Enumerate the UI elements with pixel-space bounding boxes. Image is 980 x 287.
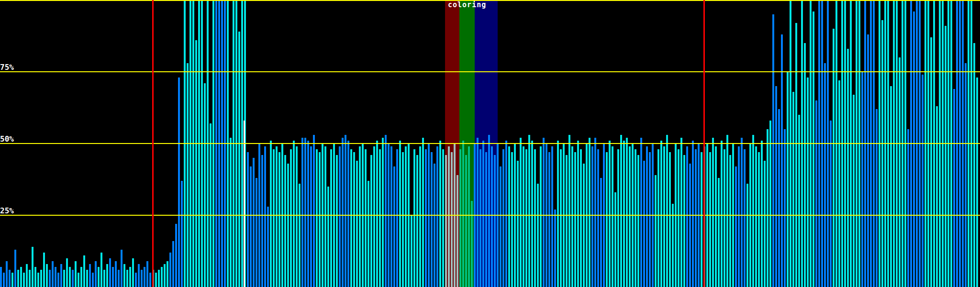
bar	[396, 149, 398, 287]
bar	[347, 141, 349, 287]
bar	[485, 152, 487, 287]
bar	[121, 250, 122, 287]
bar	[784, 129, 786, 287]
bar	[451, 152, 453, 287]
bar	[63, 270, 65, 287]
bar	[847, 49, 849, 287]
bar	[663, 146, 665, 287]
bar	[442, 149, 444, 287]
gridline-25	[0, 215, 980, 216]
bar	[327, 187, 329, 287]
gridline-100	[0, 0, 980, 1]
bar	[187, 63, 189, 287]
bar	[637, 155, 639, 287]
bar	[701, 152, 702, 287]
bar	[261, 155, 263, 287]
bar	[838, 80, 840, 287]
profiler-chart: 75% 50% 25% coloring	[0, 0, 980, 287]
bar	[284, 155, 286, 287]
bar-chart-canvas	[0, 0, 980, 287]
bar	[52, 261, 54, 287]
bar	[92, 273, 94, 287]
bar	[715, 146, 717, 287]
bar	[692, 141, 694, 287]
bar	[40, 270, 42, 287]
bar	[830, 121, 832, 287]
bar	[626, 138, 628, 287]
bar	[689, 164, 691, 287]
bar	[617, 149, 619, 287]
bar	[253, 158, 255, 287]
bar	[69, 267, 71, 287]
bar	[419, 146, 421, 287]
bar	[167, 261, 168, 287]
bar	[867, 34, 869, 287]
bar	[881, 20, 883, 287]
bar	[29, 270, 31, 287]
bar	[278, 152, 280, 287]
bar	[813, 11, 814, 287]
bar	[479, 149, 481, 287]
bar	[612, 146, 613, 287]
bar	[746, 184, 748, 287]
bar	[629, 146, 631, 287]
bar	[635, 149, 636, 287]
bar	[571, 146, 573, 287]
bar	[462, 141, 464, 287]
bar	[138, 264, 140, 287]
bar	[112, 267, 114, 287]
bar	[379, 149, 381, 287]
bar	[172, 241, 174, 287]
bar	[164, 264, 166, 287]
bar	[416, 155, 418, 287]
bar	[531, 141, 533, 287]
gridline-75	[0, 71, 980, 72]
bar	[23, 273, 25, 287]
bar	[781, 34, 783, 287]
bar	[336, 155, 338, 287]
bar	[118, 270, 120, 287]
bar	[953, 89, 955, 287]
bar	[3, 273, 5, 287]
bar	[945, 26, 947, 287]
bar	[976, 77, 978, 287]
bar	[11, 273, 13, 287]
bar	[425, 149, 427, 287]
bar	[678, 149, 679, 287]
bar	[141, 270, 143, 287]
bar	[290, 149, 292, 287]
bar	[103, 270, 105, 287]
bar	[100, 253, 102, 287]
bar	[494, 155, 496, 287]
bar	[359, 146, 361, 287]
bar	[666, 135, 668, 287]
bar	[457, 175, 458, 287]
bar	[299, 184, 301, 287]
bar	[787, 72, 789, 287]
bar	[554, 210, 556, 287]
bar	[204, 83, 206, 287]
bar	[646, 146, 648, 287]
bar	[517, 161, 519, 287]
bar	[761, 141, 763, 287]
bar	[161, 267, 163, 287]
bar	[238, 32, 240, 287]
bar	[755, 146, 757, 287]
bar	[729, 155, 731, 287]
bar	[577, 141, 579, 287]
bar	[583, 164, 585, 287]
bar	[775, 86, 777, 287]
bar	[680, 138, 682, 287]
bar	[657, 149, 659, 287]
bar	[540, 146, 542, 287]
bar	[913, 11, 915, 287]
bar	[0, 267, 2, 287]
bar	[55, 267, 56, 287]
bar	[210, 123, 212, 287]
bar	[46, 264, 48, 287]
bar	[712, 138, 714, 287]
bar	[505, 141, 507, 287]
bar	[195, 40, 197, 287]
bar	[574, 152, 576, 287]
bar	[758, 152, 760, 287]
